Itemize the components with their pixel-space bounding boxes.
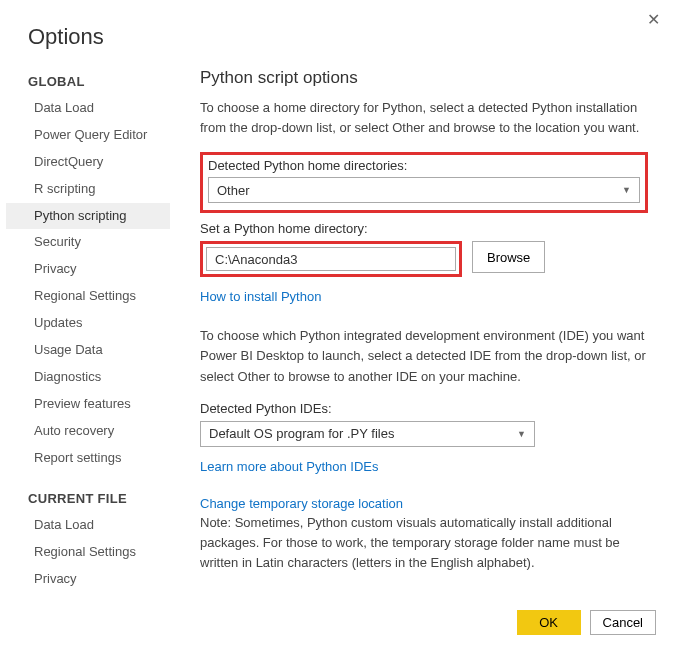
ok-button[interactable]: OK [517, 610, 581, 635]
sidebar-item[interactable]: Security [6, 229, 170, 256]
sidebar-item[interactable]: Privacy [6, 566, 170, 588]
sidebar-item[interactable]: Data Load [6, 95, 170, 122]
detected-home-label: Detected Python home directories: [208, 158, 640, 173]
browse-button[interactable]: Browse [472, 241, 545, 273]
ide-label: Detected Python IDEs: [200, 401, 648, 416]
page-title: Python script options [200, 68, 648, 88]
home-directory-input[interactable] [206, 247, 456, 271]
intro-text: To choose a home directory for Python, s… [200, 98, 648, 138]
sidebar-section-current-file: CURRENT FILE [6, 485, 170, 512]
ide-value: Default OS program for .PY files [209, 426, 394, 441]
sidebar-item[interactable]: Diagnostics [6, 364, 170, 391]
ide-intro-text: To choose which Python integrated develo… [200, 326, 648, 386]
ide-dropdown[interactable]: Default OS program for .PY files ▼ [200, 421, 535, 447]
sidebar-item[interactable]: R scripting [6, 176, 170, 203]
detected-home-value: Other [217, 183, 250, 198]
install-python-link[interactable]: How to install Python [200, 289, 321, 304]
sidebar-item[interactable]: Regional Settings [6, 539, 170, 566]
highlight-detected-home: Detected Python home directories: Other … [200, 152, 648, 213]
chevron-down-icon: ▼ [622, 185, 631, 195]
set-home-label: Set a Python home directory: [200, 221, 648, 236]
sidebar[interactable]: GLOBAL Data LoadPower Query EditorDirect… [6, 68, 170, 588]
main-panel: Python script options To choose a home d… [170, 68, 674, 588]
sidebar-item[interactable]: Usage Data [6, 337, 170, 364]
highlight-home-input [200, 241, 462, 277]
sidebar-item[interactable]: Preview features [6, 391, 170, 418]
sidebar-item[interactable]: Python scripting [6, 203, 170, 230]
sidebar-section-global: GLOBAL [6, 68, 170, 95]
sidebar-item[interactable]: Regional Settings [6, 283, 170, 310]
sidebar-item[interactable]: Power Query Editor [6, 122, 170, 149]
chevron-down-icon: ▼ [517, 429, 526, 439]
change-temp-storage-link[interactable]: Change temporary storage location [200, 496, 403, 511]
sidebar-item[interactable]: Data Load [6, 512, 170, 539]
sidebar-item[interactable]: Report settings [6, 445, 170, 472]
learn-ide-link[interactable]: Learn more about Python IDEs [200, 459, 379, 474]
cancel-button[interactable]: Cancel [590, 610, 656, 635]
dialog-title: Options [0, 0, 674, 68]
sidebar-item[interactable]: DirectQuery [6, 149, 170, 176]
note-text: Note: Sometimes, Python custom visuals a… [200, 513, 648, 573]
sidebar-item[interactable]: Privacy [6, 256, 170, 283]
dialog-footer: OK Cancel [517, 610, 656, 635]
sidebar-item[interactable]: Updates [6, 310, 170, 337]
detected-home-dropdown[interactable]: Other ▼ [208, 177, 640, 203]
sidebar-item[interactable]: Auto recovery [6, 418, 170, 445]
close-icon[interactable]: ✕ [647, 10, 660, 29]
